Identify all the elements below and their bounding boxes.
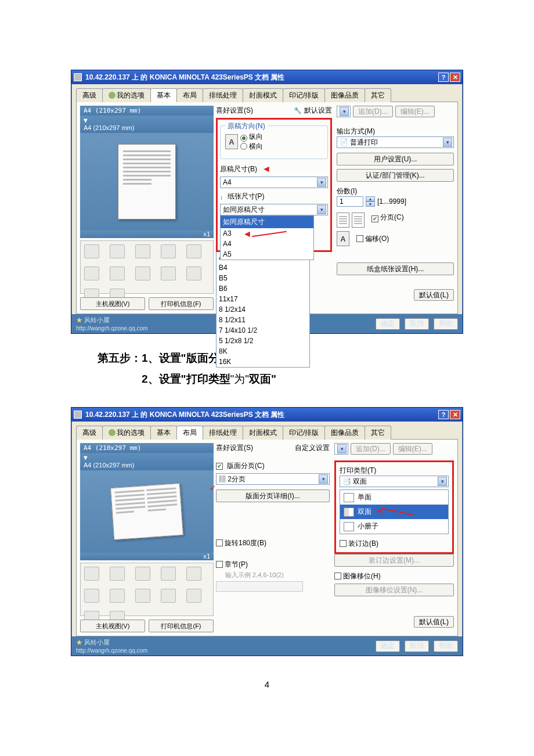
close-icon[interactable]: ✕: [450, 73, 460, 82]
default-button[interactable]: 默认值(L): [414, 616, 454, 628]
tab-myoptions[interactable]: 我的选项: [102, 426, 151, 440]
default-button[interactable]: 默认值(L): [414, 289, 454, 301]
feature-icon[interactable]: [84, 244, 99, 258]
paper-size-option[interactable]: 8 1/2x14: [217, 304, 309, 315]
paper-size-option[interactable]: A3 ◄: [221, 228, 313, 239]
feature-icon[interactable]: [84, 589, 99, 603]
feature-icon[interactable]: [135, 589, 150, 603]
printer-info-button[interactable]: 打印机信息(F): [149, 620, 214, 632]
tab-advanced[interactable]: 高级: [76, 426, 103, 440]
paper-size-option[interactable]: B5: [217, 273, 309, 283]
help-icon[interactable]: ?: [438, 73, 449, 82]
chevron-down-icon[interactable]: ▾: [317, 178, 326, 187]
tab-other[interactable]: 其它: [365, 88, 391, 102]
image-shift-settings-button[interactable]: 图像移位设置(N)...: [334, 584, 454, 596]
paper-size-option[interactable]: B4: [217, 262, 309, 273]
feature-icon[interactable]: [161, 267, 176, 280]
copies-stepper[interactable]: ▲▼: [366, 196, 375, 207]
titlebar[interactable]: 10.42.220.137 上 的 KONICA MINOLTA 423Seri…: [71, 70, 463, 84]
portrait-radio[interactable]: [240, 135, 247, 142]
print-type-option[interactable]: 双面 ◄: [340, 505, 448, 519]
tab-layout[interactable]: 布局: [176, 426, 203, 440]
print-type-select[interactable]: 📑 双面 ▾: [340, 476, 449, 487]
paper-size-option[interactable]: 5 1/2x8 1/2: [217, 336, 309, 346]
chevron-down-icon[interactable]: ▾: [319, 474, 328, 484]
nup-checkbox[interactable]: [216, 463, 223, 470]
tab-quality[interactable]: 图像品质: [324, 88, 365, 102]
nup-detail-button[interactable]: 版面分页详细(I)...: [216, 489, 330, 502]
tray-settings-button[interactable]: 纸盒纸张设置(H)...: [337, 262, 454, 275]
feature-icon[interactable]: [110, 589, 125, 603]
feature-icon[interactable]: [186, 567, 201, 581]
tab-stamp[interactable]: 印记/排版: [283, 426, 325, 440]
help-button[interactable]: 帮助: [434, 318, 458, 330]
print-type-option[interactable]: 小册子: [340, 519, 448, 534]
binding-settings-button[interactable]: 装订边设置(M)...: [334, 554, 454, 567]
auth-settings-button[interactable]: 认证/部门管理(K)...: [337, 169, 454, 182]
ok-button[interactable]: 确定: [376, 640, 400, 652]
host-view-button[interactable]: 主机视图(V): [80, 620, 145, 632]
feature-icon[interactable]: [110, 567, 125, 581]
original-size-select[interactable]: A4 ▾: [220, 177, 328, 188]
paper-size-option[interactable]: A5: [221, 249, 313, 260]
add-favorite-button[interactable]: 追加(D)...: [351, 443, 391, 455]
tab-other[interactable]: 其它: [365, 426, 391, 440]
feature-icon[interactable]: [84, 567, 99, 581]
feature-icon[interactable]: [135, 244, 150, 258]
tab-myoptions[interactable]: 我的选项: [102, 88, 151, 102]
tab-advanced[interactable]: 高级: [76, 88, 103, 102]
feature-icon[interactable]: [110, 267, 125, 280]
paper-size-option[interactable]: 8K: [217, 346, 309, 357]
edit-favorite-button[interactable]: 编辑(E)...: [393, 443, 432, 455]
tab-quality[interactable]: 图像品质: [324, 426, 365, 440]
chapter-checkbox[interactable]: [216, 561, 223, 568]
paper-size-select[interactable]: 如同原稿尺寸 ▾: [220, 204, 328, 215]
ok-button[interactable]: 确定: [376, 318, 400, 330]
help-icon[interactable]: ?: [438, 410, 449, 419]
printer-info-button[interactable]: 打印机信息(F): [149, 297, 214, 310]
tab-basic[interactable]: 基本: [150, 426, 177, 440]
tab-finishing[interactable]: 排纸处理: [203, 426, 243, 440]
binding-edge-checkbox[interactable]: [340, 540, 347, 547]
feature-icon[interactable]: [161, 244, 176, 258]
chevron-down-icon[interactable]: ▾: [443, 138, 452, 147]
output-method-select[interactable]: 📄 普通打印 ▾: [337, 136, 454, 148]
rotate180-checkbox[interactable]: [216, 539, 223, 546]
cancel-button[interactable]: 取消: [405, 640, 429, 652]
feature-icon[interactable]: [161, 589, 176, 603]
tab-basic[interactable]: 基本: [150, 88, 177, 102]
tab-cover[interactable]: 封面模式: [243, 88, 283, 102]
feature-icon[interactable]: [135, 567, 150, 581]
tab-finishing[interactable]: 排纸处理: [203, 88, 243, 102]
edit-favorite-button[interactable]: 编辑(E)...: [395, 106, 435, 117]
paper-size-option[interactable]: B6: [217, 283, 309, 294]
help-button[interactable]: 帮助: [434, 640, 458, 652]
collate-checkbox[interactable]: [371, 215, 378, 222]
chapter-input[interactable]: [216, 581, 303, 592]
add-favorite-button[interactable]: 追加(D)...: [353, 106, 393, 117]
cancel-button[interactable]: 取消: [405, 318, 429, 330]
user-settings-button[interactable]: 用户设置(U)...: [337, 153, 454, 165]
tab-layout[interactable]: 布局: [176, 88, 203, 102]
close-icon[interactable]: ✕: [450, 410, 460, 419]
paper-size-option[interactable]: 7 1/4x10 1/2: [217, 325, 309, 336]
favorite-select[interactable]: ▾: [334, 443, 348, 455]
host-view-button[interactable]: 主机视图(V): [80, 297, 145, 310]
chevron-down-icon[interactable]: ▾: [317, 205, 326, 214]
paper-size-option[interactable]: A4: [221, 239, 313, 249]
feature-icon[interactable]: [84, 267, 99, 280]
paper-size-option[interactable]: 8 1/2x11: [217, 315, 309, 325]
feature-icon[interactable]: [186, 244, 201, 258]
feature-icon[interactable]: [110, 244, 125, 258]
chevron-down-icon[interactable]: ▾: [438, 477, 447, 486]
titlebar[interactable]: 10.42.220.137 上 的 KONICA MINOLTA 423Seri…: [71, 408, 463, 422]
nup-select[interactable]: ▥ 2分页 ▾ ↙: [216, 473, 330, 485]
paper-size-option[interactable]: 如同原稿尺寸: [221, 216, 313, 228]
offset-checkbox[interactable]: [356, 235, 363, 242]
paper-size-option[interactable]: 16K: [217, 357, 309, 367]
copies-input[interactable]: [337, 196, 363, 207]
favorite-select[interactable]: ▾: [337, 106, 351, 117]
landscape-radio[interactable]: [240, 143, 247, 150]
feature-icon[interactable]: [161, 567, 176, 581]
feature-icon[interactable]: [186, 267, 201, 280]
